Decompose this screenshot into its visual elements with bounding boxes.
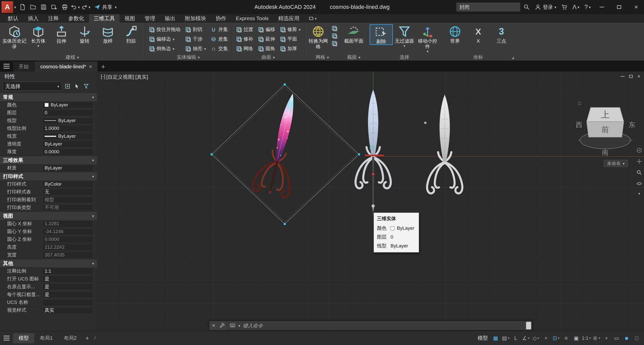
steering-wheel-icon[interactable] xyxy=(636,147,642,153)
search-button[interactable] xyxy=(522,2,532,13)
panel-label-solid-editing[interactable]: 实体编辑▾ xyxy=(146,54,231,61)
section-plane-button[interactable]: 截面平面 xyxy=(342,24,365,44)
property-value[interactable]: ByLayer xyxy=(42,133,93,140)
property-value[interactable]: 0.0000 xyxy=(42,149,93,155)
help-button[interactable]: ?▾ xyxy=(583,2,593,13)
interfere-button[interactable]: 干涉 xyxy=(183,36,208,42)
viewport-view-menu[interactable]: [自定义视图] xyxy=(106,74,134,80)
share-button[interactable]: 共享 xyxy=(91,4,115,11)
property-row-linetype-scale[interactable]: 线型比例1.0000 xyxy=(0,125,97,132)
property-value[interactable]: ByColor xyxy=(42,181,93,188)
grip-top[interactable] xyxy=(284,83,286,85)
save-button[interactable] xyxy=(38,2,49,13)
viewport-minimize-icon[interactable] xyxy=(621,76,625,77)
panel-label-mesh[interactable]: 网格▾ xyxy=(306,54,339,61)
shell-button[interactable]: 抽壳▾ xyxy=(183,45,208,52)
loft-button[interactable]: 放样 xyxy=(96,24,119,44)
lineweight-toggle[interactable]: ≡ xyxy=(561,333,571,343)
panel-expander-icon[interactable] xyxy=(512,57,514,59)
osnap-caret-icon[interactable]: ▾ xyxy=(558,336,560,340)
tab-3d-tools[interactable]: 三维工具 xyxy=(89,14,120,23)
tab-express-tools[interactable]: Express Tools xyxy=(231,14,273,23)
property-row-height[interactable]: 高度212.2242 xyxy=(0,243,97,251)
view-cube-top-label[interactable]: 上 xyxy=(601,110,609,119)
polar-tracking-toggle[interactable]: ∠▾ xyxy=(521,333,531,343)
tab-featured-apps[interactable]: 精选应用 xyxy=(273,14,304,23)
snap-caret-icon[interactable]: ▾ xyxy=(508,336,509,340)
tab-collaborate[interactable]: 协作 xyxy=(211,14,231,23)
surface-patch-button[interactable]: 修补 xyxy=(234,36,255,42)
panel-label-surface[interactable]: 曲面▾ xyxy=(233,54,304,61)
status-menu-icon[interactable] xyxy=(0,331,13,345)
smooth-object-icon[interactable] xyxy=(331,40,337,46)
box-caret-icon[interactable]: ▾ xyxy=(37,44,39,48)
save-as-button[interactable] xyxy=(49,2,59,13)
property-value[interactable]: 1.0000 xyxy=(42,125,93,132)
app-menu-caret-icon[interactable]: ▾ xyxy=(14,5,16,9)
panel-label-coordinates[interactable]: 坐标 xyxy=(442,54,514,61)
property-row-transparency[interactable]: 透明度ByLayer xyxy=(0,140,97,148)
undo-button[interactable]: ▾ xyxy=(70,2,81,13)
tab-view[interactable]: 视图 xyxy=(120,14,140,23)
property-row-color[interactable]: 颜色ByLayer xyxy=(0,101,97,109)
union-button[interactable]: ∪并集 xyxy=(209,26,230,33)
property-row-plot-style-table[interactable]: 打印样式表无 xyxy=(0,188,97,196)
tab-annotate[interactable]: 注释 xyxy=(43,14,63,23)
move-gizmo-button[interactable]: 移动小控件▾ xyxy=(416,24,439,53)
ortho-toggle[interactable]: L xyxy=(511,333,521,343)
tab-default[interactable]: 默认 xyxy=(3,14,23,23)
search-input[interactable]: 封闭 xyxy=(457,3,520,11)
property-value[interactable]: ByLayer xyxy=(42,102,93,108)
maximize-button[interactable] xyxy=(611,0,627,14)
select-objects-button[interactable] xyxy=(73,82,81,90)
property-value[interactable]: 是 xyxy=(42,276,93,282)
surface-blend-button[interactable]: 过渡 xyxy=(234,26,255,33)
slice-button[interactable]: 剖切 xyxy=(183,26,208,33)
property-value[interactable] xyxy=(42,299,93,306)
viewport-restore-icon[interactable] xyxy=(629,75,633,78)
property-row-center-y[interactable]: 圆心 Y 坐标-34.1246 xyxy=(0,228,97,236)
property-row-ucs-per-viewport[interactable]: 每个视口都显...是 xyxy=(0,291,97,299)
tab-output[interactable]: 输出 xyxy=(160,14,180,23)
property-value[interactable]: 0 xyxy=(42,109,93,116)
property-value[interactable]: 是 xyxy=(42,283,93,290)
property-row-visual-style[interactable]: 视觉样式真实 xyxy=(0,306,97,314)
file-tab-document[interactable]: cosmos-blade-lined*× xyxy=(35,62,98,72)
annotation-monitor-toggle[interactable]: + xyxy=(602,333,611,343)
property-row-material[interactable]: 材质ByLayer xyxy=(0,164,97,172)
filter-caret-icon[interactable]: ▾ xyxy=(403,44,405,48)
property-row-width[interactable]: 宽度357.4035 xyxy=(0,251,97,259)
file-tab-start[interactable]: 开始 xyxy=(13,62,34,72)
offset-edge-caret-icon[interactable]: ▾ xyxy=(173,37,175,41)
property-row-lineweight[interactable]: 线宽ByLayer xyxy=(0,132,97,140)
world-ucs-button[interactable]: 世界 xyxy=(443,24,467,44)
smooth-less-icon[interactable] xyxy=(331,33,337,39)
surface-thicken-button[interactable]: 加厚 xyxy=(278,45,303,52)
property-value[interactable]: 1:1 xyxy=(42,268,93,275)
no-filter-button[interactable]: 无过滤器▾ xyxy=(393,24,416,48)
property-row-ucs-icon-on[interactable]: 打开 UCS 图标是 xyxy=(0,275,97,283)
quick-properties-toggle[interactable]: ▭ xyxy=(612,333,621,343)
ribbon-minimize-button[interactable]: ▾ xyxy=(307,14,319,23)
command-input[interactable]: ▾ 键入命令 xyxy=(227,321,525,330)
convert-to-mesh-button[interactable]: 转换为网格 xyxy=(307,24,330,49)
view-cube-south-label[interactable]: 南 xyxy=(602,149,609,156)
view-cube-west-label[interactable]: 西 xyxy=(576,121,583,129)
ucs-x-button[interactable]: XX xyxy=(467,24,490,44)
undo-caret-icon[interactable]: ▾ xyxy=(78,5,80,9)
command-customize-icon[interactable] xyxy=(218,323,227,328)
property-row-center-x[interactable]: 圆心 X 坐标1.2281 xyxy=(0,220,97,228)
property-row-linetype[interactable]: 线型ByLayer xyxy=(0,117,97,125)
workspace-switching-button[interactable]: ▾ xyxy=(592,333,601,343)
surface-offset-button[interactable]: 偏移 xyxy=(256,26,277,33)
clean-screen-toggle[interactable]: □ xyxy=(632,333,641,343)
section-header-plot-style[interactable]: 打印样式▾ xyxy=(0,172,97,180)
offset-edge-button[interactable]: 偏移边▾ xyxy=(147,36,182,42)
tab-add-ins[interactable]: 附加模块 xyxy=(180,14,211,23)
property-row-annotation-scale[interactable]: 注释比例1:1 xyxy=(0,267,97,275)
isometric-drafting-toggle[interactable]: ◇▾ xyxy=(531,333,541,343)
zoom-icon[interactable] xyxy=(636,169,642,176)
model-canvas[interactable] xyxy=(97,72,644,331)
command-scrollbar[interactable] xyxy=(526,322,531,329)
culling-button[interactable]: 剔除 xyxy=(370,24,393,45)
